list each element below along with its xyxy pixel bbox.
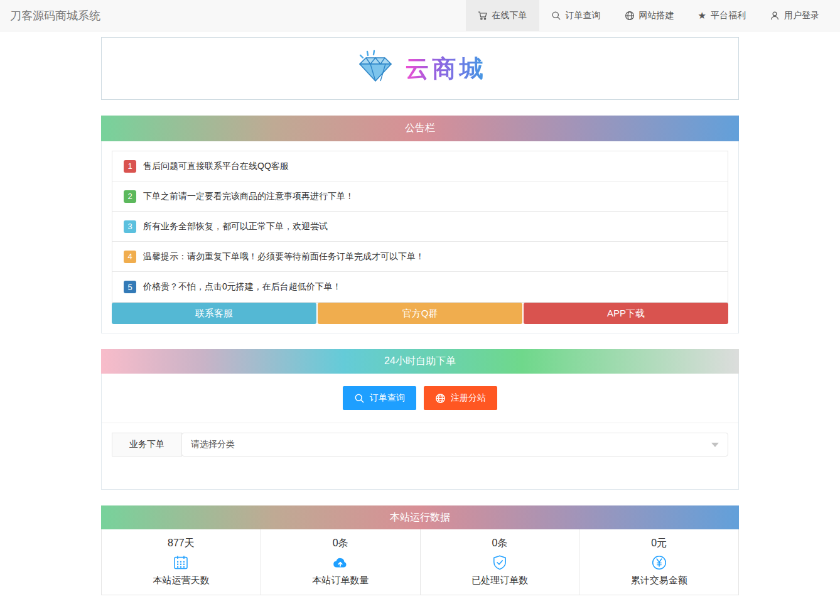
contact-support-button[interactable]: 联系客服: [112, 303, 316, 324]
stat-running-days: 877天 本站运营天数: [102, 529, 261, 595]
shield-check-icon: [421, 554, 579, 571]
stat-total-amount: 0元 累计交易金额: [579, 529, 738, 595]
nav-label: 平台福利: [711, 10, 746, 21]
stat-label: 本站运营天数: [102, 575, 261, 586]
announcement-text: 所有业务全部恢复，都可以正常下单，欢迎尝试: [143, 221, 328, 232]
category-select[interactable]: 请选择分类: [181, 433, 728, 457]
top-navbar: 刀客源码商城系统 在线下单 订单查询: [0, 0, 840, 31]
announcement-text: 温馨提示：请勿重复下单哦！必须要等待前面任务订单完成才可以下单！: [143, 251, 424, 262]
selfservice-header: 24小时自助下单: [101, 349, 739, 374]
selfservice-section: 24小时自助下单 订单查询 注: [101, 349, 739, 490]
button-label: 订单查询: [370, 392, 405, 404]
site-title: 刀客源码商城系统: [0, 0, 110, 31]
announcement-badge: 4: [124, 251, 136, 263]
search-icon: [551, 11, 561, 21]
search-icon: [354, 393, 365, 404]
announcement-item: 4 温馨提示：请勿重复下单哦！必须要等待前面任务订单完成才可以下单！: [112, 242, 728, 272]
stats-header: 本站运行数据: [101, 505, 739, 529]
announcement-text: 售后问题可直接联系平台在线QQ客服: [143, 161, 289, 172]
stat-value: 0元: [579, 537, 738, 550]
app-download-button[interactable]: APP下载: [524, 303, 728, 324]
announcement-section: 公告栏 1 售后问题可直接联系平台在线QQ客服 2 下单之前请一定要看完该商品的…: [101, 116, 739, 333]
announcement-header: 公告栏: [101, 116, 739, 141]
announcement-item: 5 价格贵？不怕，点击0元搭建，在后台超低价下单！: [112, 272, 728, 302]
stat-label: 累计交易金额: [579, 575, 738, 586]
announcement-badge: 5: [124, 281, 136, 293]
register-substation-button[interactable]: 注册分站: [424, 386, 497, 410]
announcement-text: 下单之前请一定要看完该商品的注意事项再进行下单！: [143, 191, 354, 202]
stat-label: 已处理订单数: [421, 575, 579, 586]
diamond-icon: [354, 50, 396, 87]
calendar-icon: [102, 554, 261, 571]
stat-value: 0条: [261, 537, 420, 550]
nav-item-platform-benefits[interactable]: ★ 平台福利: [686, 0, 758, 31]
nav-item-user-login[interactable]: 用户登录: [758, 0, 831, 31]
announcement-badge: 2: [124, 190, 136, 203]
announcement-list: 1 售后问题可直接联系平台在线QQ客服 2 下单之前请一定要看完该商品的注意事项…: [112, 151, 728, 303]
nav-label: 订单查询: [566, 10, 601, 21]
star-icon: ★: [698, 11, 706, 20]
button-label: 注册分站: [451, 392, 486, 404]
stat-label: 本站订单数量: [261, 575, 420, 586]
nav-label: 网站搭建: [639, 10, 674, 21]
user-icon: [770, 11, 780, 21]
announcement-badge: 1: [124, 160, 136, 173]
nav-label: 在线下单: [492, 10, 527, 21]
nav-item-online-order[interactable]: 在线下单: [466, 0, 539, 31]
nav-label: 用户登录: [784, 10, 819, 21]
globe-icon: [625, 11, 635, 21]
chevron-down-icon: [711, 443, 719, 447]
announcement-badge: 3: [124, 220, 136, 233]
logo-text: 云商城: [406, 53, 487, 85]
announcement-item: 2 下单之前请一定要看完该商品的注意事项再进行下单！: [112, 181, 728, 212]
main-nav: 在线下单 订单查询 网站搭建 ★ 平台福利: [466, 0, 831, 31]
nav-item-order-query[interactable]: 订单查询: [539, 0, 613, 31]
nav-item-site-build[interactable]: 网站搭建: [613, 0, 686, 31]
cloud-upload-icon: [261, 554, 420, 571]
cart-icon: [478, 11, 488, 21]
official-qq-group-button[interactable]: 官方Q群: [318, 303, 522, 324]
stat-order-count: 0条 本站订单数量: [261, 529, 421, 595]
announcement-item: 3 所有业务全部恢复，都可以正常下单，欢迎尝试: [112, 212, 728, 242]
globe-icon: [435, 393, 446, 404]
logo-banner: 云商城: [101, 37, 739, 100]
select-placeholder: 请选择分类: [191, 439, 235, 450]
stats-section: 本站运行数据 877天 本站运营天数: [101, 505, 739, 595]
announcement-text: 价格贵？不怕，点击0元搭建，在后台超低价下单！: [143, 281, 342, 293]
announcement-item: 1 售后问题可直接联系平台在线QQ客服: [112, 151, 728, 181]
yen-circle-icon: [579, 554, 738, 571]
stat-value: 877天: [102, 537, 261, 550]
order-query-button[interactable]: 订单查询: [343, 386, 416, 410]
stat-value: 0条: [421, 537, 579, 550]
stat-processed-orders: 0条 已处理订单数: [421, 529, 580, 595]
business-order-label: 业务下单: [112, 433, 182, 457]
